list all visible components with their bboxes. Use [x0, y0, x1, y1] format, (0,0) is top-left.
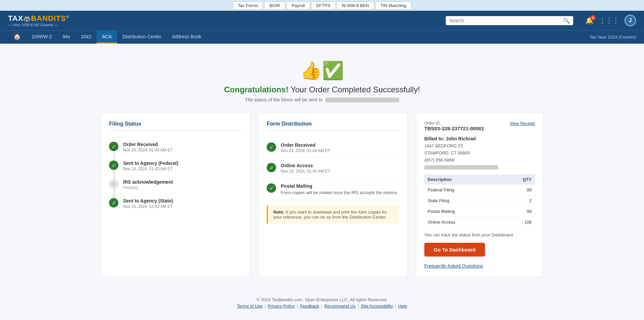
order-table-qty-header: QTY [500, 174, 535, 185]
footer-terms-of-use[interactable]: Terms of Use [237, 304, 263, 309]
form-distribution-card: Form Distribution ✓ Order Received Nov 2… [258, 112, 408, 277]
timeline-date-sent-state: Nov 23, 2024, 01:43 AM ET [123, 204, 173, 209]
row-postal-qty: 99 [500, 206, 535, 217]
search-input[interactable] [449, 18, 561, 23]
timeline-pending-irs-ack: Pending... [123, 185, 173, 190]
timeline-content-order-received: Order Received Nov 23, 2024, 01:43 AM ET [123, 142, 172, 152]
phone: (857) 856-5868 [424, 157, 454, 163]
row-state-qty: 2 [500, 195, 535, 206]
row-federal-qty: 99 [500, 185, 535, 195]
timeline-content-irs-ack: IRS acknowledgement Pending... [123, 179, 173, 190]
nav-item-1099w2[interactable]: 1099/W-2 [26, 31, 57, 44]
order-id-value: TBS03-328-237721-00001 [424, 126, 484, 131]
order-table-desc-header: Description [424, 174, 500, 185]
main-content: 👍✅ Congratulations! Your Order Completed… [87, 44, 557, 290]
topbar-boir[interactable]: BOIR [264, 2, 285, 9]
timeline-date-sent-federal: Nov 23, 2024, 01:43 AM ET [123, 167, 178, 171]
topbar-w9w8ben[interactable]: W-9/W-8 BEN [337, 2, 374, 9]
topbar-tax-forms[interactable]: Tax Forms [233, 2, 263, 9]
logo-registered: ® [66, 15, 69, 19]
footer-links: Terms of Use | Privacy Policy | Feedback… [0, 304, 644, 309]
logo-bandits: BANDITS [31, 14, 66, 22]
timeline-content-sent-state: Sent to Agency (State) Nov 23, 2024, 01:… [123, 198, 173, 209]
topbar-payroll[interactable]: Payroll [286, 2, 310, 9]
row-online-desc: Online Access [424, 217, 500, 227]
header: TAX🦝BANDITS® — Your 1099 & W2 Experts — … [0, 11, 644, 30]
timeline-date-order-received: Nov 23, 2024, 01:43 AM ET [123, 148, 172, 152]
success-subtitle: The status of the forms will be sent to [101, 97, 543, 102]
dist-item-order-received: ✓ Order Received Nov 23, 2024, 01:43 AM … [267, 138, 399, 158]
address-line2: STAMFORD, CT 06905 [424, 150, 470, 155]
table-row: Postal Mailing 99 [424, 206, 535, 217]
nav-item-1042[interactable]: 1042 [75, 31, 97, 44]
topbar-tin-matching[interactable]: TIN Matching [375, 2, 411, 9]
nav-item-94x[interactable]: 94x [57, 31, 75, 44]
timeline-label-sent-state: Sent to Agency (State) [123, 198, 173, 203]
top-bar: Tax Forms BOIR Payroll EFTPS W-9/W-8 BEN… [0, 0, 644, 11]
nav-item-home[interactable]: 🏠 [8, 31, 26, 44]
footer: © 2024 TaxBandits.com, Span Enterprises … [0, 290, 644, 312]
search-icon-button[interactable]: 🔍 [563, 17, 570, 24]
footer-privacy-policy[interactable]: Privacy Policy [268, 304, 295, 309]
view-receipt-link[interactable]: View Receipt [509, 121, 535, 126]
timeline-item-sent-state: ✓ Sent to Agency (State) Nov 23, 2024, 0… [109, 194, 242, 213]
notification-button[interactable]: 🔔 6 [585, 16, 594, 25]
order-id-block: Order ID TBS03-328-237721-00001 [424, 121, 484, 131]
form-distribution-title: Form Distribution [267, 121, 399, 131]
timeline-content-sent-federal: Sent to Agency (Federal) Nov 23, 2024, 0… [123, 161, 178, 171]
success-title-rest: Your Order Completed Successfully! [288, 85, 420, 94]
note-label: Note: [273, 210, 286, 215]
timeline-label-order-received: Order Received [123, 142, 172, 147]
blurred-email [325, 98, 399, 102]
timeline-item-irs-ack: ○ IRS acknowledgement Pending... [109, 175, 242, 194]
row-online-qty: 106 [500, 217, 535, 227]
go-to-dashboard-button[interactable]: Go To Dashboard [424, 243, 485, 257]
timeline-icon-sent-federal: ✓ [109, 161, 118, 170]
content-grid: Filing Status ✓ Order Received Nov 23, 2… [101, 112, 543, 277]
order-id-label: Order ID [424, 121, 484, 126]
dist-content-order-received: Order Received Nov 23, 2024, 01:43 AM ET [281, 142, 330, 153]
dist-note-postal-mailing: Form copies will be mailed once the IRS … [281, 190, 398, 195]
timeline-icon-order-received: ✓ [109, 142, 118, 151]
filing-status-card: Filing Status ✓ Order Received Nov 23, 2… [101, 112, 250, 277]
row-federal-desc: Federal Filing [424, 185, 500, 195]
footer-sep-3: | [321, 304, 322, 309]
order-id-row: Order ID TBS03-328-237721-00001 View Rec… [424, 121, 535, 131]
timeline-icon-irs-ack: ○ [109, 179, 118, 189]
table-row: State Filing 2 [424, 195, 535, 206]
timeline-icon-sent-state: ✓ [109, 198, 118, 208]
footer-site-accessibility[interactable]: Site Accessibility [361, 304, 393, 309]
footer-feedback[interactable]: Feedback [300, 304, 319, 309]
nav-item-address-book[interactable]: Address Book [167, 31, 207, 44]
address-line1: 1647 BEDFORD ST, [424, 143, 464, 148]
filing-status-title: Filing Status [109, 121, 242, 131]
dist-content-online-access: Online Access Nov 23, 2024, 01:43 AM ET [281, 163, 330, 174]
nav-item-distribution-center[interactable]: Distribution Center [117, 31, 167, 44]
filing-status-timeline: ✓ Order Received Nov 23, 2024, 01:43 AM … [109, 138, 242, 213]
dist-label-postal-mailing: Postal Mailing [281, 183, 398, 189]
header-icons: 🔔 6 ⋮⋮⋮ J [585, 15, 636, 26]
avatar[interactable]: J [625, 15, 636, 26]
grid-icon-button[interactable]: ⋮⋮⋮ [599, 16, 619, 25]
tax-year: Tax Year 2024 (Current) [590, 35, 636, 40]
table-row: Online Access 106 [424, 217, 535, 227]
dist-content-postal-mailing: Postal Mailing Form copies will be maile… [281, 183, 398, 195]
row-postal-desc: Postal Mailing [424, 206, 500, 217]
search-area: 🔍 [446, 16, 573, 25]
billed-address: 1647 BEDFORD ST, STAMFORD, CT 06905 (857… [424, 143, 535, 164]
timeline-label-sent-federal: Sent to Agency (Federal) [123, 161, 178, 166]
timeline-item-sent-federal: ✓ Sent to Agency (Federal) Nov 23, 2024,… [109, 156, 242, 175]
footer-sep-2: | [297, 304, 298, 309]
footer-sep-1: | [265, 304, 266, 309]
footer-help[interactable]: Help [398, 304, 407, 309]
nav-bar: 🏠 1099/W-2 94x 1042 ACA Distribution Cen… [0, 30, 644, 44]
nav-item-aca[interactable]: ACA [97, 31, 117, 44]
success-banner: 👍✅ Congratulations! Your Order Completed… [101, 50, 543, 109]
dist-label-order-received: Order Received [281, 142, 330, 148]
topbar-eftps[interactable]: EFTPS [311, 2, 335, 9]
logo-icon: 🦝 [23, 15, 31, 22]
footer-recommend-us[interactable]: Recommend Us [324, 304, 356, 309]
faq-link[interactable]: Frequently Asked Questions [424, 263, 535, 269]
footer-sep-4: | [358, 304, 359, 309]
dist-item-online-access: ✓ Online Access Nov 23, 2024, 01:43 AM E… [267, 158, 399, 179]
